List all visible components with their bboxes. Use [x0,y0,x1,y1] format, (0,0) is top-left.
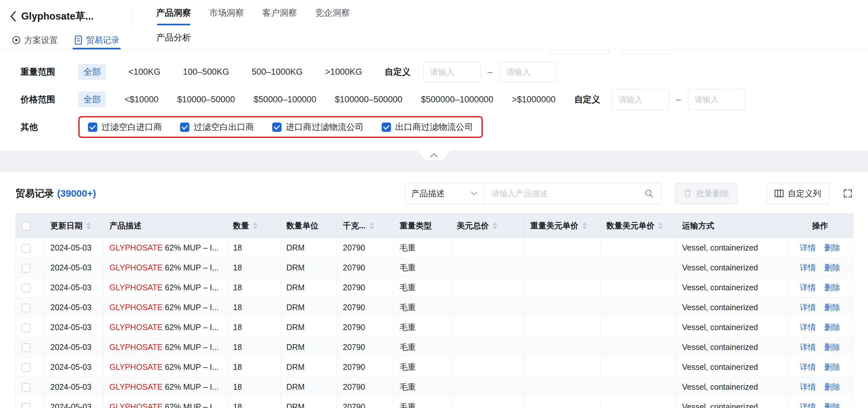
price-option-2[interactable]: $10000–50000 [177,95,235,105]
collapse-filter-tab[interactable] [417,150,451,160]
cell-kilograms: 20790 [337,258,394,278]
detail-link[interactable]: 详情 [800,323,816,332]
detail-link[interactable]: 详情 [800,402,816,408]
primary-tabs: 产品洞察 市场洞察 客户洞察 竞企洞察 [156,0,868,25]
price-max-input[interactable] [688,89,745,110]
sort-icon[interactable] [493,222,497,229]
annotation-highlight-box: 过滤空白进口商 过滤空白出口商 进口商过滤物流公司 出口商过滤物流公司 [78,116,483,138]
delete-link[interactable]: 删除 [824,323,840,332]
tab-product-insight[interactable]: 产品洞察 [156,0,191,25]
search-icon[interactable] [644,189,654,198]
price-option-3[interactable]: $50000–100000 [254,95,316,105]
price-min-input[interactable] [612,89,669,110]
row-checkbox[interactable] [22,264,31,273]
weight-option-100-500[interactable]: 100–500KG [183,67,229,77]
row-checkbox[interactable] [22,343,31,352]
checkbox-exporter-filter-logistics[interactable]: 出口商过滤物流公司 [382,121,473,133]
delete-link[interactable]: 删除 [824,263,840,272]
delete-link[interactable]: 删除 [824,243,840,252]
detail-link[interactable]: 详情 [800,303,816,312]
range-separator: – [488,67,492,77]
col-transport-mode: 运输方式 [676,214,787,238]
cell-update-date: 2024-05-03 [44,238,104,258]
row-checkbox-cell [16,397,44,408]
document-icon [74,35,83,45]
weight-option-gt1000[interactable]: >1000KG [325,67,362,77]
weight-option-lt100[interactable]: <100KG [128,67,160,77]
weight-option-500-1000[interactable]: 500–1000KG [252,67,303,77]
tab-competitor-insight[interactable]: 竞企洞察 [315,0,350,25]
price-option-all[interactable]: 全部 [78,92,106,107]
cell-product-description: GLYPHOSATE 62% MUP – I... [104,278,227,298]
cutoff-button[interactable] [550,50,610,54]
sort-icon[interactable] [582,222,587,229]
cell-quantity-unit: DRM [281,397,337,408]
custom-columns-button[interactable]: 自定义列 [766,183,829,204]
tab-market-insight[interactable]: 市场洞察 [209,0,244,25]
search-field-select[interactable]: 产品描述 [405,183,485,204]
checkbox-filter-blank-exporter[interactable]: 过滤空白出口商 [180,121,254,133]
delete-link[interactable]: 删除 [824,363,840,371]
batch-delete-button[interactable]: 批量删除 [675,183,737,204]
cell-update-date: 2024-05-03 [44,278,104,298]
cell-product-description: GLYPHOSATE 62% MUP – I... [104,317,227,337]
price-option-6[interactable]: >$1000000 [512,95,556,105]
detail-link[interactable]: 详情 [800,243,816,252]
delete-link[interactable]: 删除 [824,283,840,292]
cell-transport-mode: Vessel, containerized [676,258,787,278]
row-checkbox[interactable] [22,283,31,293]
back-icon[interactable] [9,11,17,22]
detail-link[interactable]: 详情 [800,363,816,371]
product-description-search-input[interactable] [491,189,641,199]
sort-icon[interactable] [86,222,91,229]
detail-link[interactable]: 详情 [800,283,816,292]
price-option-4[interactable]: $100000–500000 [335,95,402,105]
tab-product-analysis[interactable]: 产品分析 [156,32,191,43]
table-row: 2024-05-03 GLYPHOSATE 62% MUP – I... 18 … [16,397,853,408]
sort-icon[interactable] [658,222,663,229]
weight-max-input[interactable] [499,62,557,82]
tab-customer-insight[interactable]: 客户洞察 [262,0,297,25]
cell-update-date: 2024-05-03 [44,357,104,377]
top-bar: Glyphosate草... 方案设置 贸易记录 产品洞察 市场洞察 客户洞察 … [0,0,868,50]
select-all-checkbox[interactable] [22,222,31,231]
cell-kilograms: 20790 [337,357,394,377]
row-checkbox[interactable] [22,303,31,312]
delete-link[interactable]: 删除 [824,382,840,391]
delete-link[interactable]: 删除 [824,402,840,408]
subnav-item-trade-records[interactable]: 贸易记录 [72,31,121,49]
fullscreen-icon[interactable] [843,188,853,199]
checked-checkbox-icon [180,123,189,132]
cutoff-button[interactable] [622,50,670,54]
detail-link[interactable]: 详情 [800,343,816,351]
table-toolbar: 贸易记录(39000+) 产品描述 [16,182,853,204]
cell-quantity-unit: DRM [281,278,337,298]
row-checkbox[interactable] [22,244,31,253]
delete-link[interactable]: 删除 [824,303,840,312]
col-quantity-unit: 数量单位 [281,214,337,238]
cell-quantity-unit: DRM [281,258,337,278]
detail-link[interactable]: 详情 [800,382,816,391]
row-checkbox[interactable] [22,363,31,372]
target-icon [11,35,21,45]
cell-usd-per-weight [525,397,600,408]
price-option-1[interactable]: <$10000 [125,95,159,105]
row-checkbox[interactable] [22,383,31,392]
sort-icon[interactable] [253,222,257,229]
cell-usd-total [451,317,525,337]
row-checkbox[interactable] [22,323,31,332]
weight-option-all[interactable]: 全部 [78,64,106,80]
subnav-item-label: 方案设置 [24,35,58,46]
price-option-5[interactable]: $500000–1000000 [421,95,493,105]
cell-kilograms: 20790 [337,317,394,337]
checkbox-filter-blank-importer[interactable]: 过滤空白进口商 [88,121,162,133]
detail-link[interactable]: 详情 [800,263,816,272]
checkbox-importer-filter-logistics[interactable]: 进口商过滤物流公司 [272,121,364,133]
delete-link[interactable]: 删除 [824,343,840,351]
subnav-item-plan-settings[interactable]: 方案设置 [10,31,59,49]
cell-usd-per-quantity [600,278,676,298]
sort-icon[interactable] [370,222,374,229]
weight-min-input[interactable] [424,62,480,82]
row-checkbox[interactable] [22,403,31,408]
cell-update-date: 2024-05-03 [44,258,104,278]
